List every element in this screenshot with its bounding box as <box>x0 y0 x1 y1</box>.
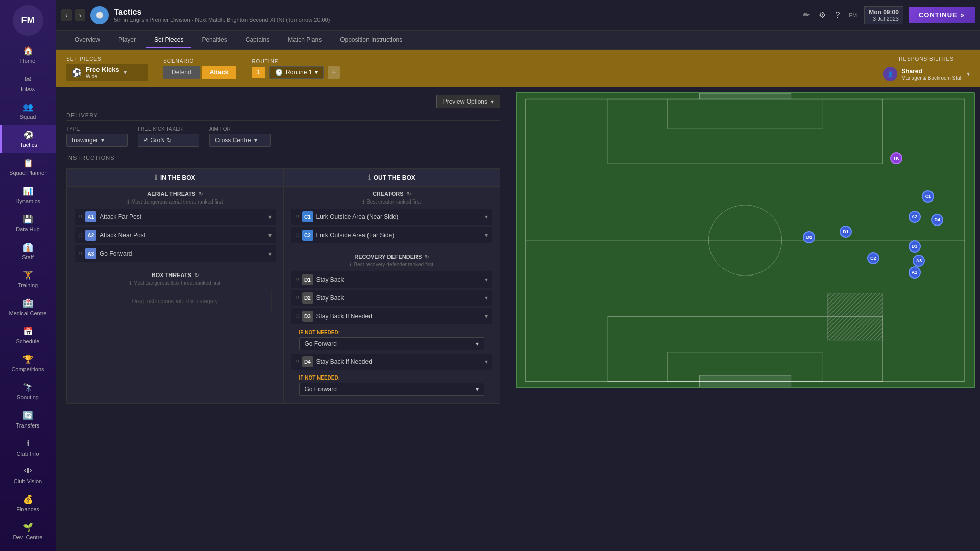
competitions-icon: 🏆 <box>23 355 33 364</box>
info-icon-recovery: ℹ <box>350 262 352 267</box>
sidebar-item-inbox[interactable]: ✉ Inbox <box>0 69 56 97</box>
player-marker[interactable]: C2 <box>867 252 879 264</box>
sidebar-item-schedule[interactable]: 📅 Schedule <box>0 321 56 349</box>
routine-dropdown[interactable]: 🕐 Routine 1 ▾ <box>270 66 324 79</box>
player-marker[interactable]: D4 <box>931 214 943 226</box>
routine-dropdown-arrow: ▾ <box>315 69 318 76</box>
expand-button[interactable]: ▾ <box>485 213 488 220</box>
sidebar-item-staff[interactable]: 👔 Staff <box>0 237 56 265</box>
tab-match-plans[interactable]: Match Plans <box>280 32 330 48</box>
sidebar-item-tactics[interactable]: ⚽ Tactics <box>0 125 56 153</box>
expand-button[interactable]: ▾ <box>485 313 488 320</box>
type-dropdown[interactable]: Inswinger ▾ <box>66 134 128 147</box>
sidebar-item-medical[interactable]: 🏥 Medical Centre <box>0 293 56 321</box>
taker-select[interactable]: P. Groß ↻ <box>138 134 199 147</box>
if-not-select-d4[interactable]: Go Forward ▾ <box>299 383 485 396</box>
instruction-label: Go Forward <box>100 250 265 257</box>
scenario-defend-button[interactable]: Defend <box>163 66 200 79</box>
recovery-refresh-icon[interactable]: ↻ <box>425 254 429 260</box>
set-pieces-dropdown[interactable]: ⚽ Free Kicks Wide ▾ <box>66 64 148 81</box>
drag-handle[interactable]: ⠿ <box>296 214 299 220</box>
nav-back-button[interactable]: ‹ <box>61 9 72 21</box>
pitch-svg <box>517 93 974 387</box>
scenario-attack-button[interactable]: Attack <box>202 66 237 79</box>
creators-refresh-icon[interactable]: ↻ <box>407 191 411 197</box>
tab-set-pieces[interactable]: Set Pieces <box>146 32 191 48</box>
player-marker[interactable]: C1 <box>922 190 934 203</box>
sidebar-item-home[interactable]: 🏠 Home <box>0 41 56 69</box>
tab-player[interactable]: Player <box>110 32 144 48</box>
tab-captains[interactable]: Captains <box>237 32 278 48</box>
sidebar-item-club-vision[interactable]: 👁 Club Vision <box>0 462 56 489</box>
svg-rect-6 <box>608 99 883 164</box>
preview-options-button[interactable]: Preview Options ▾ <box>436 95 500 108</box>
set-pieces-selector-section: SET PIECES ⚽ Free Kicks Wide ▾ <box>66 56 148 81</box>
if-not-arrow-d4: ▾ <box>476 386 479 393</box>
sidebar-item-squad-planner[interactable]: 📋 Squad Planner <box>0 153 56 181</box>
type-label: TYPE <box>66 126 128 132</box>
player-marker[interactable]: TK <box>890 152 902 164</box>
help-button[interactable]: ? <box>833 9 842 22</box>
expand-button[interactable]: ▾ <box>485 232 488 239</box>
sidebar-item-competitions[interactable]: 🏆 Competitions <box>0 349 56 378</box>
badge-c2: C2 <box>302 230 313 241</box>
expand-button[interactable]: ▾ <box>268 250 272 257</box>
instruction-label: Stay Back If Needed <box>316 313 482 320</box>
player-marker[interactable]: D3 <box>909 240 921 253</box>
drag-handle[interactable]: ⠿ <box>296 359 299 365</box>
expand-button[interactable]: ▾ <box>268 232 272 239</box>
help-tactics-button[interactable]: ⚙ <box>817 8 828 22</box>
club-info-icon: ℹ <box>27 439 30 448</box>
drag-handle[interactable]: ⠿ <box>296 314 299 319</box>
player-marker[interactable]: A2 <box>909 211 921 223</box>
responsibilities-section: RESPONSIBILITIES 👤 Shared Manager & Back… <box>883 56 970 81</box>
sidebar-item-squad[interactable]: 👥 Squad <box>0 97 56 125</box>
nav-forward-button[interactable]: › <box>75 9 86 21</box>
transfers-icon: 🔄 <box>23 411 33 420</box>
taker-refresh-icon: ↻ <box>167 137 172 144</box>
aim-dropdown[interactable]: Cross Centre ▾ <box>209 134 271 147</box>
drag-handle[interactable]: ⠿ <box>296 233 299 238</box>
player-marker[interactable]: A1 <box>909 266 921 279</box>
player-marker[interactable]: D2 <box>803 231 815 243</box>
sidebar-item-club-info[interactable]: ℹ Club Info <box>0 434 56 462</box>
continue-button[interactable]: CONTINUE » <box>909 7 975 23</box>
player-marker[interactable]: A3 <box>913 255 925 267</box>
tab-opposition-instructions[interactable]: Opposition Instructions <box>332 32 410 48</box>
badge-a1: A1 <box>85 211 96 222</box>
sidebar-item-transfers[interactable]: 🔄 Transfers <box>0 406 56 434</box>
aerial-refresh-icon[interactable]: ↻ <box>199 191 203 197</box>
drag-handle[interactable]: ⠿ <box>79 251 82 257</box>
expand-button[interactable]: ▾ <box>485 358 488 365</box>
sidebar-item-dev-centre[interactable]: 🌱 Dev. Centre <box>0 517 56 545</box>
expand-button[interactable]: ▾ <box>485 276 488 283</box>
sidebar-item-scouting[interactable]: 🔭 Scouting <box>0 378 56 406</box>
expand-button[interactable]: ▾ <box>268 213 272 220</box>
drag-handle[interactable]: ⠿ <box>296 277 299 283</box>
sidebar-item-training[interactable]: 🏋 Training <box>0 265 56 293</box>
badge-c1: C1 <box>302 211 313 222</box>
sidebar-item-dynamics[interactable]: 📊 Dynamics <box>0 181 56 209</box>
expand-button[interactable]: ▾ <box>485 294 488 302</box>
sidebar-item-data-hub[interactable]: 💾 Data Hub <box>0 209 56 237</box>
badge-d4: D4 <box>302 356 313 367</box>
out-the-box-title: OUT THE BOX <box>374 174 415 181</box>
resp-dropdown-arrow: ▾ <box>967 70 970 78</box>
drag-handle[interactable]: ⠿ <box>79 233 82 238</box>
box-threats-refresh-icon[interactable]: ↻ <box>194 272 199 278</box>
drag-handle[interactable]: ⠿ <box>79 214 82 220</box>
player-marker[interactable]: D1 <box>840 226 852 238</box>
list-item: ⠿ D4 Stay Back If Needed ▾ <box>291 354 493 370</box>
dynamics-icon: 📊 <box>23 186 33 196</box>
sidebar-item-finances[interactable]: 💰 Finances <box>0 489 56 517</box>
tab-overview[interactable]: Overview <box>66 32 108 48</box>
add-routine-button[interactable]: + <box>328 66 340 79</box>
if-not-select-d3[interactable]: Go Forward ▾ <box>299 337 485 350</box>
instruction-label: Lurk Outside Area (Near Side) <box>316 213 482 220</box>
drag-handle[interactable]: ⠿ <box>296 295 299 301</box>
recovery-title: RECOVERY DEFENDERS ↻ <box>291 254 493 260</box>
edit-button[interactable]: ✏ <box>801 8 812 22</box>
planner-icon: 📋 <box>23 158 33 168</box>
tab-penalties[interactable]: Penalties <box>193 32 235 48</box>
responsibilities-dropdown[interactable]: 👤 Shared Manager & Backroom Staff ▾ <box>883 67 970 81</box>
